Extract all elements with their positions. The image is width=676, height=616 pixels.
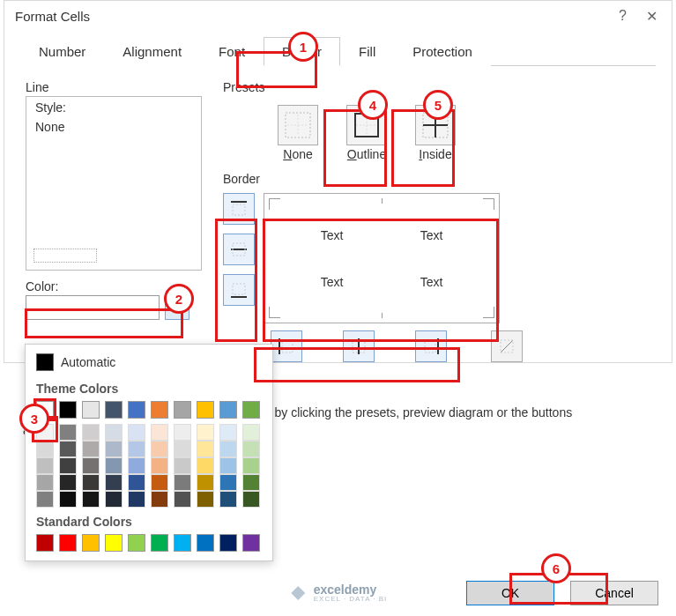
- tint-swatch[interactable]: [242, 457, 260, 474]
- tint-swatch[interactable]: [174, 474, 191, 491]
- cancel-button[interactable]: Cancel: [570, 581, 658, 605]
- tint-swatch[interactable]: [242, 424, 260, 441]
- theme-swatch[interactable]: [128, 401, 145, 419]
- tint-swatch[interactable]: [242, 474, 260, 491]
- tint-swatch[interactable]: [242, 491, 260, 508]
- tint-swatch[interactable]: [174, 441, 191, 457]
- tab-fill[interactable]: Fill: [340, 37, 394, 66]
- border-right-button[interactable]: [415, 330, 447, 362]
- tint-swatch[interactable]: [36, 441, 54, 457]
- border-diag-button[interactable]: [491, 330, 523, 362]
- preset-inside-button[interactable]: Inside: [405, 103, 466, 163]
- standard-swatch[interactable]: [219, 534, 237, 552]
- tab-protection[interactable]: Protection: [394, 37, 491, 66]
- tint-swatch[interactable]: [105, 424, 123, 441]
- tint-swatch[interactable]: [151, 441, 168, 457]
- color-input[interactable]: [26, 295, 160, 320]
- standard-swatch[interactable]: [105, 534, 123, 552]
- tint-swatch[interactable]: [197, 457, 214, 474]
- tint-swatch[interactable]: [36, 474, 54, 491]
- standard-swatch[interactable]: [128, 534, 145, 552]
- tint-swatch[interactable]: [151, 474, 168, 491]
- tint-swatch[interactable]: [105, 441, 123, 457]
- tab-font[interactable]: Font: [200, 37, 264, 66]
- theme-swatch[interactable]: [151, 401, 168, 419]
- tint-swatch[interactable]: [82, 424, 100, 441]
- border-top-button[interactable]: [223, 193, 255, 225]
- tint-swatch[interactable]: [151, 424, 168, 441]
- tint-swatch[interactable]: [105, 491, 123, 508]
- tint-swatch[interactable]: [242, 441, 260, 457]
- tint-swatch[interactable]: [128, 491, 145, 508]
- tint-swatch[interactable]: [36, 457, 54, 474]
- theme-swatch[interactable]: [197, 401, 214, 419]
- tint-swatch[interactable]: [219, 424, 237, 441]
- border-left-button[interactable]: [271, 330, 302, 362]
- tint-swatch[interactable]: [219, 491, 237, 508]
- theme-swatch[interactable]: [82, 401, 100, 419]
- tint-swatch[interactable]: [59, 491, 77, 508]
- tint-swatch[interactable]: [151, 457, 168, 474]
- tint-swatch[interactable]: [36, 424, 54, 441]
- preset-none-button[interactable]: None: [267, 103, 329, 163]
- tint-swatch[interactable]: [128, 457, 145, 474]
- theme-swatch[interactable]: [36, 401, 54, 419]
- border-mid-h-button[interactable]: [223, 234, 255, 265]
- standard-swatch[interactable]: [36, 534, 54, 552]
- help-icon[interactable]: ?: [619, 8, 627, 25]
- standard-swatch[interactable]: [151, 534, 168, 552]
- color-automatic[interactable]: Automatic: [36, 352, 262, 378]
- tint-swatch[interactable]: [197, 441, 214, 457]
- tint-swatch[interactable]: [82, 441, 100, 457]
- tint-swatch[interactable]: [82, 474, 100, 491]
- theme-swatch[interactable]: [242, 401, 260, 419]
- tint-swatch[interactable]: [59, 424, 77, 441]
- tab-alignment[interactable]: Alignment: [104, 37, 200, 66]
- tint-swatch[interactable]: [59, 457, 77, 474]
- standard-swatch[interactable]: [174, 534, 191, 552]
- tab-border[interactable]: Border: [264, 37, 340, 66]
- standard-swatch[interactable]: [59, 534, 77, 552]
- line-style-list[interactable]: Style: None: [26, 96, 202, 271]
- tint-swatch[interactable]: [128, 424, 145, 441]
- standard-swatch[interactable]: [197, 534, 214, 552]
- tab-strip: Number Alignment Font Border Fill Protec…: [20, 37, 656, 66]
- preset-outline-button[interactable]: Outline: [336, 103, 397, 163]
- tint-swatch[interactable]: [219, 457, 237, 474]
- tint-swatch[interactable]: [59, 474, 77, 491]
- border-section-label: Border: [223, 172, 650, 186]
- tint-swatch[interactable]: [105, 474, 123, 491]
- tint-swatch[interactable]: [128, 441, 145, 457]
- tint-swatch[interactable]: [128, 474, 145, 491]
- theme-swatch[interactable]: [59, 401, 77, 419]
- tint-swatch[interactable]: [197, 491, 214, 508]
- tint-swatch[interactable]: [219, 441, 237, 457]
- annot-circle-6: 6: [541, 553, 571, 583]
- close-icon[interactable]: ✕: [646, 8, 657, 25]
- tint-swatch[interactable]: [174, 457, 191, 474]
- ok-button[interactable]: OK: [466, 581, 554, 605]
- chevron-down-icon[interactable]: ▾: [165, 295, 189, 320]
- tint-swatch[interactable]: [82, 457, 100, 474]
- tint-swatch[interactable]: [105, 457, 123, 474]
- standard-swatch[interactable]: [82, 534, 100, 552]
- preset-outline-label: utline: [357, 147, 386, 161]
- tint-swatch[interactable]: [59, 441, 77, 457]
- border-mid-v-button[interactable]: [343, 330, 375, 362]
- theme-swatch[interactable]: [105, 401, 123, 419]
- theme-swatch[interactable]: [174, 401, 191, 419]
- line-style-none[interactable]: None: [35, 120, 192, 134]
- border-bottom-button[interactable]: [223, 274, 255, 306]
- border-preview[interactable]: Text Text Text Text: [264, 193, 500, 323]
- tint-swatch[interactable]: [219, 474, 237, 491]
- standard-swatch[interactable]: [242, 534, 260, 552]
- theme-swatch[interactable]: [219, 401, 237, 419]
- tint-swatch[interactable]: [174, 491, 191, 508]
- tint-swatch[interactable]: [197, 424, 214, 441]
- tint-swatch[interactable]: [36, 491, 54, 508]
- tint-swatch[interactable]: [174, 424, 191, 441]
- tab-number[interactable]: Number: [20, 37, 104, 66]
- tint-swatch[interactable]: [82, 491, 100, 508]
- tint-swatch[interactable]: [197, 474, 214, 491]
- tint-swatch[interactable]: [151, 491, 168, 508]
